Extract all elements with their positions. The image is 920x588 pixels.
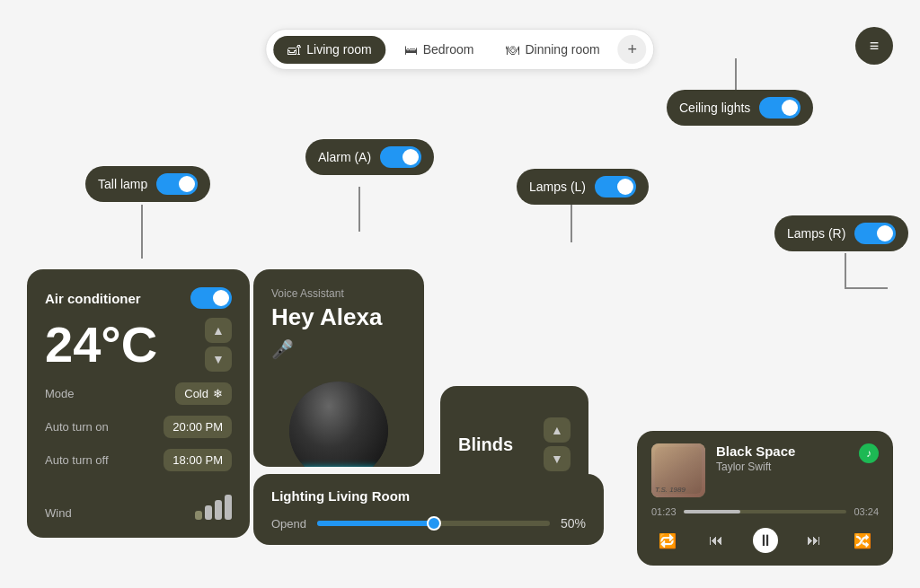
ac-auto-on-label: Auto turn on: [45, 420, 109, 434]
blinds-stepper: ▲ ▼: [544, 417, 571, 471]
lamps-right-toggle[interactable]: [854, 223, 896, 244]
tall-lamp-connector: [141, 205, 143, 259]
lighting-slider-thumb[interactable]: [427, 516, 441, 531]
ac-wind-label: Wind: [45, 506, 72, 520]
blinds-title: Blinds: [458, 434, 513, 455]
lighting-percentage: 50%: [561, 516, 586, 531]
ac-auto-off-value[interactable]: 18:00 PM: [164, 449, 232, 471]
voice-title: Hey Alexa: [271, 303, 406, 331]
progress-track[interactable]: [684, 510, 847, 513]
album-art: T.S. 1989: [651, 443, 705, 497]
sofa-icon: 🛋: [288, 42, 301, 57]
ceiling-lights-toggle[interactable]: [759, 97, 801, 118]
menu-button[interactable]: ≡: [855, 27, 893, 65]
ac-card: Air conditioner 24°C ▲ ▼ Mode Cold ❄ Aut…: [27, 269, 250, 538]
wind-bar-3: [215, 500, 222, 520]
play-pause-button[interactable]: ⏸: [753, 528, 778, 553]
prev-button[interactable]: ⏮: [703, 528, 729, 553]
progress-fill: [684, 510, 741, 513]
add-room-button[interactable]: +: [618, 35, 647, 64]
mic-icon[interactable]: 🎤: [271, 338, 406, 360]
ac-wind-bars: [195, 495, 232, 520]
music-time-current: 01:23: [651, 506, 677, 517]
voice-assistant-card: Voice Assistant Hey Alexa 🎤: [253, 269, 424, 467]
next-button[interactable]: ⏭: [801, 528, 827, 553]
wind-bar-1: [195, 511, 202, 520]
ac-temp-up[interactable]: ▲: [205, 318, 232, 343]
ceiling-lights-pill: Ceiling lights: [667, 90, 813, 126]
hamburger-icon: ≡: [870, 37, 880, 56]
wind-bar-2: [205, 505, 212, 520]
top-navigation: 🛋 Living room 🛏 Bedroom 🍽 Dinning room +: [265, 29, 654, 70]
ac-mode-value[interactable]: Cold ❄: [175, 382, 232, 405]
music-card: T.S. 1989 Black Space Taylor Swift ♪ 01:…: [637, 431, 893, 566]
alarm-connector: [358, 187, 360, 232]
lamps-left-toggle[interactable]: [595, 176, 636, 197]
music-title: Black Space: [716, 443, 795, 459]
spotify-icon: ♪: [859, 443, 879, 463]
nav-item-living-room[interactable]: 🛋 Living room: [273, 36, 385, 64]
blinds-up[interactable]: ▲: [544, 417, 571, 443]
blinds-down[interactable]: ▼: [544, 446, 571, 471]
snowflake-icon: ❄: [213, 387, 223, 400]
dining-icon: 🍽: [506, 42, 519, 57]
lamps-right-connector-h: [845, 287, 888, 289]
bed-icon: 🛏: [404, 42, 418, 57]
ac-mode-label: Mode: [45, 387, 75, 400]
ac-auto-off-label: Auto turn off: [45, 453, 109, 467]
ac-stepper: ▲ ▼: [205, 318, 232, 372]
ac-temperature: 24°C: [45, 320, 157, 370]
ac-temp-down[interactable]: ▼: [205, 347, 232, 372]
wind-bar-4: [225, 495, 232, 520]
ac-toggle[interactable]: [190, 287, 232, 309]
repeat-button[interactable]: 🔁: [655, 528, 680, 553]
music-controls: 🔁 ⏮ ⏸ ⏭ 🔀: [651, 528, 879, 553]
alarm-toggle[interactable]: [380, 146, 421, 168]
lamps-right-pill: Lamps (R): [774, 215, 908, 251]
alarm-pill: Alarm (A): [305, 139, 434, 175]
lighting-title: Lighting Living Room: [271, 488, 586, 504]
music-progress: 01:23 03:24: [651, 506, 879, 517]
ac-auto-on-value[interactable]: 20:00 PM: [164, 416, 232, 438]
lighting-slider-fill: [317, 521, 433, 526]
album-text-label: T.S. 1989: [655, 486, 686, 494]
nav-item-dinning-room[interactable]: 🍽 Dinning room: [491, 36, 614, 64]
lamps-right-connector-v: [845, 253, 846, 289]
voice-subtitle: Voice Assistant: [271, 287, 406, 300]
music-info: Black Space Taylor Swift ♪: [716, 443, 879, 480]
lamps-left-pill: Lamps (L): [517, 169, 649, 205]
nav-item-bedroom[interactable]: 🛏 Bedroom: [390, 36, 489, 64]
music-time-total: 03:24: [854, 506, 879, 517]
lighting-open-label: Opend: [271, 517, 306, 531]
tall-lamp-pill: Tall lamp: [85, 166, 210, 202]
lighting-card: Lighting Living Room Opend 50%: [253, 474, 604, 545]
music-artist: Taylor Swift: [716, 461, 795, 473]
shuffle-button[interactable]: 🔀: [850, 528, 875, 553]
alexa-device: [289, 382, 388, 467]
lighting-slider-track[interactable]: [317, 521, 550, 526]
ac-title: Air conditioner: [45, 291, 141, 306]
tall-lamp-toggle[interactable]: [156, 173, 198, 195]
